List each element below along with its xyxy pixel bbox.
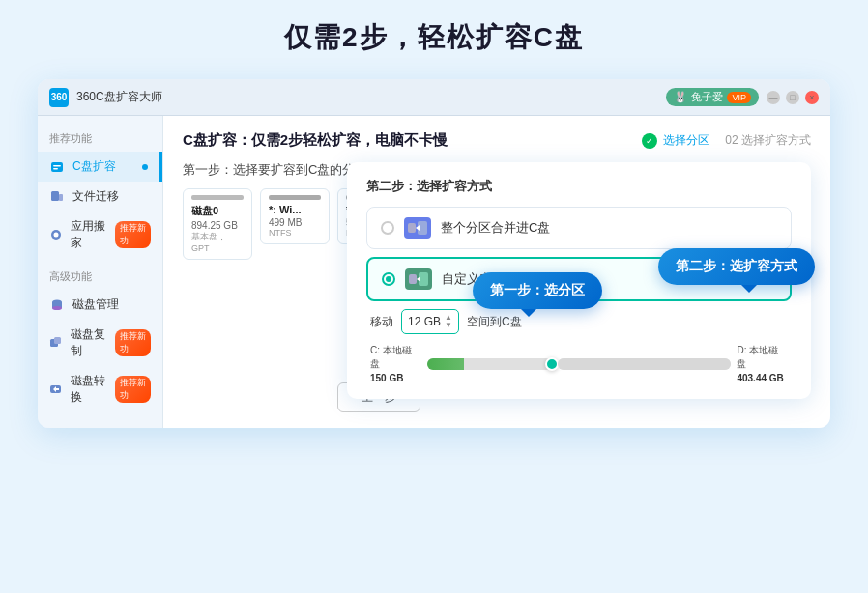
page-title: 仅需2步，轻松扩容C盘 [284, 19, 584, 56]
svg-point-9 [52, 306, 62, 310]
radio-option1 [381, 221, 394, 235]
move-label: 移动 [370, 314, 393, 330]
tooltip-step1: 第一步：选分区 [473, 272, 602, 309]
step1-check-icon: ✓ [642, 133, 657, 149]
disk-copy-badge: 推荐新功 [115, 329, 151, 356]
disk-wi-size: 499 MB [269, 217, 321, 228]
main-title: C盘扩容：仅需2步轻松扩容，电脑不卡慢 [183, 131, 448, 150]
sidebar-item-c-expand[interactable]: C盘扩容 [38, 152, 162, 182]
title-bar: 360 360C盘扩容大师 🐰 兔子爱 VIP — □ × [38, 79, 830, 116]
app-move-badge: 推荐新功 [115, 221, 151, 248]
user-badge: 🐰 兔子爱 VIP [666, 88, 759, 106]
disk-0-size: 894.25 GB [191, 220, 244, 231]
step1-header: C盘扩容：仅需2步轻松扩容，电脑不卡慢 ✓ 选择分区 02 选择扩容方式 [183, 131, 811, 150]
svg-rect-2 [53, 168, 58, 170]
disk-0-name: 磁盘0 [191, 204, 244, 218]
svg-point-6 [54, 233, 59, 238]
disk-manage-icon [49, 297, 65, 313]
svg-rect-1 [53, 165, 61, 167]
app-move-icon [49, 227, 63, 242]
sidebar-item-c-expand-label: C盘扩容 [72, 158, 116, 175]
sidebar-item-disk-convert-label: 磁盘转换 [71, 373, 105, 406]
svg-rect-11 [54, 337, 61, 344]
custom-option-body: 移动 12 GB ▲ ▼ 空间到C盘 [366, 309, 792, 383]
disk-wi-type: NTFS [269, 228, 321, 238]
sidebar-item-disk-manage[interactable]: 磁盘管理 [38, 290, 162, 320]
bar-d-label: D: 本地磁盘 [737, 344, 788, 371]
disk-0-type: 基本盘，GPT [191, 231, 244, 253]
svg-rect-14 [408, 223, 416, 233]
bar-c-track [427, 358, 553, 370]
step2-title: 第二步：选择扩容方式 [366, 178, 792, 195]
option1-label: 整个分区合并进C盘 [441, 219, 550, 237]
step1-text: 第一步：选择要扩容到C盘的分区 [183, 161, 367, 179]
stepper-arrows: ▲ ▼ [445, 314, 452, 329]
gb-value: 12 GB [408, 315, 441, 328]
svg-rect-3 [51, 191, 59, 201]
disk-item-0[interactable]: 磁盘0 894.25 GB 基本盘，GPT [183, 188, 252, 260]
option2-icon [405, 268, 432, 290]
main-content: C盘扩容：仅需2步轻松扩容，电脑不卡慢 ✓ 选择分区 02 选择扩容方式 第一步… [163, 116, 830, 428]
radio-option2 [382, 272, 395, 286]
disk-convert-icon [49, 381, 63, 397]
minimize-button[interactable]: — [767, 91, 780, 104]
sidebar-item-disk-convert[interactable]: 磁盘转换 推荐新功 [38, 366, 162, 412]
title-bar-right: 🐰 兔子爱 VIP — □ × [666, 88, 819, 106]
sidebar-item-disk-copy-label: 磁盘复制 [71, 326, 105, 359]
tooltip-step2: 第二步：选扩容方式 [658, 248, 815, 285]
user-name: 兔子爱 [691, 90, 723, 104]
step2-indicator-label: 02 选择扩容方式 [725, 132, 811, 149]
space-label: 空间到C盘 [467, 314, 522, 330]
active-dot [142, 164, 148, 170]
bar-d-track [558, 358, 731, 370]
disk-item-wi[interactable]: *: Wi... 499 MB NTFS [260, 188, 330, 244]
gb-input[interactable]: 12 GB ▲ ▼ [401, 309, 459, 334]
stepper-down-icon[interactable]: ▼ [445, 322, 452, 329]
move-row: 移动 12 GB ▲ ▼ 空间到C盘 [370, 309, 788, 334]
sidebar: 推荐功能 C盘扩容 文件迁移 应用搬家 推荐新功 [38, 116, 163, 428]
maximize-button[interactable]: □ [786, 91, 799, 104]
app-window: 360 360C盘扩容大师 🐰 兔子爱 VIP — □ × 推荐功能 [38, 79, 830, 428]
sidebar-item-disk-copy[interactable]: 磁盘复制 推荐新功 [38, 320, 162, 366]
step-indicator: ✓ 选择分区 02 选择扩容方式 [642, 132, 811, 149]
app-icon: 360 [49, 88, 69, 107]
step1-indicator-label: 选择分区 [663, 132, 709, 149]
sidebar-item-disk-manage-label: 磁盘管理 [72, 296, 119, 313]
close-button[interactable]: × [805, 91, 819, 104]
vip-badge: VIP [727, 92, 751, 103]
svg-rect-0 [51, 162, 63, 172]
bar-c-size: 150 GB [370, 373, 421, 383]
disk-expand-icon [49, 159, 65, 175]
window-controls: — □ × [767, 91, 819, 104]
sidebar-item-app-move[interactable]: 应用搬家 推荐新功 [38, 212, 162, 258]
sidebar-advanced-title: 高级功能 [38, 258, 162, 290]
option1-icon [404, 217, 431, 239]
disk-copy-icon [49, 335, 63, 351]
svg-rect-4 [59, 194, 63, 201]
app-body: 推荐功能 C盘扩容 文件迁移 应用搬家 推荐新功 [38, 116, 830, 428]
user-avatar-icon: 🐰 [674, 91, 687, 103]
file-migrate-icon [49, 189, 65, 205]
bar-c-label: C: 本地磁盘 [370, 344, 421, 371]
sidebar-recommended-title: 推荐功能 [38, 131, 162, 152]
sidebar-item-app-move-label: 应用搬家 [71, 218, 105, 251]
sidebar-item-file-migrate[interactable]: 文件迁移 [38, 182, 162, 212]
bar-slider-dot[interactable] [545, 357, 559, 371]
sidebar-item-file-migrate-label: 文件迁移 [72, 188, 119, 205]
title-bar-title: 360C盘扩容大师 [76, 89, 162, 105]
step1-indicator: ✓ 选择分区 [642, 132, 709, 149]
expand-option-1[interactable]: 整个分区合并进C盘 [366, 207, 792, 249]
disk-convert-badge: 推荐新功 [115, 376, 151, 403]
svg-rect-17 [409, 274, 417, 284]
bar-d-size: 403.44 GB [737, 373, 788, 383]
disk-wi-name: *: Wi... [269, 204, 321, 215]
title-bar-left: 360 360C盘扩容大师 [49, 88, 162, 107]
